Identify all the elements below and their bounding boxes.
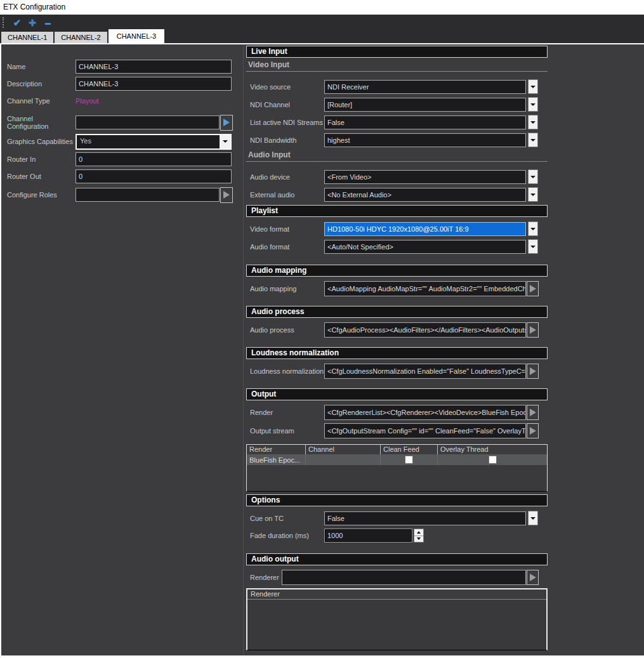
tab-channel-3[interactable]: CHANNEL-3 — [108, 29, 164, 43]
field-row-render: Render<CfgRendererList><CfgRenderer><Vid… — [246, 405, 548, 420]
column-header-clean-feed: Clean Feed — [380, 445, 437, 454]
subsection-header-video-input: Video Input — [246, 60, 548, 72]
field-label: Graphics Capabilities — [1, 138, 76, 145]
audio-device-dropdown-button[interactable] — [528, 169, 538, 184]
toolbar-grip-handle[interactable] — [3, 17, 5, 28]
list-active-ndi-streams-combo[interactable]: False — [324, 115, 526, 129]
field-row-channel-configuration: Channel Configuration — [1, 114, 243, 131]
ndi-bandwidth-combo[interactable]: highest — [324, 133, 526, 147]
field-label: Audio format — [246, 243, 324, 251]
output-stream-expand-button[interactable] — [527, 423, 539, 438]
cell-clean-feed[interactable] — [380, 454, 437, 465]
field-label: Output stream — [246, 427, 324, 435]
render-expand-button[interactable] — [527, 405, 539, 420]
field-label: Router In — [1, 155, 76, 163]
video-format-dropdown-button[interactable] — [528, 221, 538, 236]
chevron-down-icon — [530, 121, 536, 124]
name-input[interactable]: CHANNEL-3 — [76, 60, 232, 74]
audio-process-expand-button[interactable] — [527, 322, 539, 338]
field-label: Render — [246, 409, 324, 416]
spinner-up-button[interactable] — [414, 529, 423, 536]
remove-icon[interactable]: ▬ — [41, 16, 55, 29]
field-label: Fade duration (ms) — [246, 532, 324, 539]
list-column-header: Renderer — [247, 589, 546, 600]
checkbox-overlay-thread[interactable] — [489, 456, 497, 464]
tab-channel-1[interactable]: CHANNEL-1 — [1, 32, 53, 43]
audio-renderer-list: Renderer — [246, 588, 548, 650]
audio-device-combo[interactable]: <From Video> — [324, 170, 526, 184]
add-icon[interactable]: ✚ — [25, 16, 39, 29]
cue-on-tc-dropdown-button[interactable] — [528, 511, 538, 525]
cue-on-tc-combo[interactable]: False — [324, 511, 526, 525]
cell-channel — [305, 454, 380, 465]
router-in-input[interactable]: 0 — [76, 152, 232, 166]
field-label: NDI Bandwidth — [246, 136, 324, 144]
expand-arrow-icon — [223, 119, 230, 126]
expand-arrow-icon — [223, 191, 230, 199]
ndi-channel-dropdown-button[interactable] — [528, 97, 538, 112]
field-label: Audio device — [246, 173, 324, 181]
channel-properties-panel: NameCHANNEL-3DescriptionCHANNEL-3Channel… — [1, 44, 244, 655]
field-label: Audio mapping — [246, 285, 324, 293]
spinner-down-icon — [417, 537, 421, 540]
chevron-down-icon — [530, 246, 536, 248]
video-source-dropdown-button[interactable] — [528, 79, 538, 94]
loudness-normalization-expand-button[interactable] — [527, 364, 539, 379]
renderer-expand-button[interactable] — [527, 570, 539, 585]
description-input[interactable]: CHANNEL-3 — [76, 77, 232, 91]
audio-mapping-expand-button[interactable] — [527, 281, 539, 296]
audio-mapping-field[interactable]: <AudioMapping AudioMapStr="" AudioMapStr… — [324, 281, 526, 296]
checkbox-clean-feed[interactable] — [405, 456, 413, 464]
field-label: List active NDI Streams — [246, 119, 324, 126]
chevron-down-icon — [530, 194, 536, 196]
combo-value: Yes — [77, 135, 220, 148]
field-row-configure-roles: Configure Roles — [1, 187, 243, 203]
column-header-channel: Channel — [305, 445, 380, 454]
ndi-channel-combo[interactable]: [Router] — [324, 98, 526, 112]
configure-roles-field[interactable] — [76, 188, 220, 202]
chevron-down-icon — [530, 176, 536, 178]
graphics-capabilities-combo[interactable]: Yes — [76, 134, 232, 150]
field-row-audio-format: Audio format<Auto/Not Specified> — [246, 239, 548, 254]
cell-render: BlueFish Epoc... — [247, 454, 305, 465]
renderer-field[interactable] — [282, 570, 526, 585]
audio-format-dropdown-button[interactable] — [528, 239, 538, 254]
output-stream-field[interactable]: <CfgOutputStream Config="" id="" CleanFe… — [324, 423, 526, 438]
tab-channel-2[interactable]: CHANNEL-2 — [55, 32, 107, 43]
configure-roles-expand-button[interactable] — [220, 187, 233, 203]
expand-arrow-icon — [530, 574, 536, 581]
expand-arrow-icon — [530, 409, 536, 416]
graphics-capabilities-dropdown-button[interactable] — [220, 135, 230, 148]
render-field[interactable]: <CfgRendererList><CfgRenderer><VideoDevi… — [324, 405, 526, 420]
field-label: Router Out — [1, 173, 76, 180]
router-out-input[interactable]: 0 — [76, 169, 232, 183]
channel-configuration-expand-button[interactable] — [220, 115, 233, 131]
video-source-combo[interactable]: NDI Receiver — [324, 80, 526, 94]
external-audio-dropdown-button[interactable] — [528, 187, 538, 202]
ndi-bandwidth-dropdown-button[interactable] — [528, 133, 538, 147]
section-header-options: Options — [246, 494, 548, 506]
spinner-down-button[interactable] — [414, 536, 423, 543]
loudness-normalization-field[interactable]: <CfgLoudnessNormalization Enabled="False… — [324, 364, 526, 379]
cell-overlay-thread[interactable] — [437, 454, 547, 465]
field-row-cue-on-tc: Cue on TCFalse — [246, 511, 548, 525]
channel-configuration-field[interactable] — [76, 115, 220, 129]
apply-icon[interactable]: ✔ — [10, 16, 24, 29]
field-row-loudness-normalization: Loudness normalization<CfgLoudnessNormal… — [246, 364, 548, 379]
fade-duration-ms-input[interactable]: 1000 — [324, 529, 412, 543]
field-row-name: NameCHANNEL-3 — [1, 60, 243, 74]
external-audio-combo[interactable]: <No External Audio> — [324, 188, 526, 202]
field-row-external-audio: External audio<No External Audio> — [246, 187, 548, 202]
audio-format-combo[interactable]: <Auto/Not Specified> — [324, 240, 526, 254]
section-header-live-input: Live Input — [246, 46, 548, 58]
list-active-ndi-streams-dropdown-button[interactable] — [528, 115, 538, 129]
toolbar: ✔✚▬ — [0, 15, 644, 30]
chevron-down-icon — [530, 86, 536, 88]
channel-settings-panel: Live InputVideo InputVideo sourceNDI Rec… — [246, 46, 548, 650]
video-format-combo[interactable]: HD1080-50i HDYC 1920x1080@25.00iT 16:9 — [324, 222, 526, 236]
audio-process-field[interactable]: <CfgAudioProcess><AudioFilters></AudioFi… — [324, 322, 526, 338]
field-row-audio-mapping: Audio mapping<AudioMapping AudioMapStr="… — [246, 281, 548, 296]
table-row[interactable]: BlueFish Epoc... — [247, 454, 547, 465]
chevron-down-icon — [223, 140, 228, 143]
field-row-video-format: Video formatHD1080-50i HDYC 1920x1080@25… — [246, 221, 548, 236]
